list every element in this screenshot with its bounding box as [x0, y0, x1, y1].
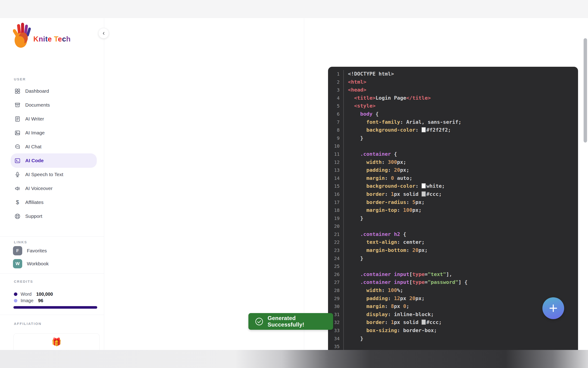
code-text: .container {: [343, 150, 578, 158]
document-icon: [14, 116, 21, 122]
sidebar-item-support[interactable]: Support: [11, 209, 97, 223]
code-line: 29 padding: 12px 20px;: [328, 294, 578, 303]
dollar-icon: $: [14, 199, 21, 206]
sidebar-item-ai-image[interactable]: AI Image: [11, 126, 97, 140]
line-number: 10: [328, 142, 343, 150]
code-line: 15 background-color: white;: [328, 182, 578, 190]
code-text: }: [343, 335, 578, 343]
brand-letter: t: [45, 35, 48, 43]
section-label-user: USER: [14, 77, 26, 81]
top-blur-band: [0, 0, 588, 18]
lifebuoy-icon: [14, 213, 21, 220]
page-scrollbar-thumb[interactable]: [584, 38, 587, 143]
code-line: 22 text-align: center;: [328, 238, 578, 246]
code-text: }: [343, 134, 578, 142]
sidebar-item-label: AI Code: [25, 158, 44, 163]
code-line: 26 .container input[type="text"],: [328, 270, 578, 278]
brand-letter: e: [58, 35, 62, 43]
sidebar-item-ai-voiceover[interactable]: AI Voiceover: [11, 181, 97, 196]
credit-label: Image: [21, 298, 34, 303]
code-text: }: [343, 214, 578, 222]
section-label-affiliation: AFFILIATION: [14, 322, 42, 326]
code-line: 32 border: 1px solid #ccc;: [328, 318, 578, 327]
plus-icon: [548, 303, 558, 313]
code-text: }: [343, 254, 578, 263]
sidebar-item-ai-speech-to-text[interactable]: AI Speech to Text: [11, 167, 97, 182]
brand-letter: e: [48, 35, 52, 43]
line-number: 21: [328, 230, 343, 239]
line-number: 12: [328, 158, 343, 166]
link-badge: W: [13, 259, 22, 268]
code-line: 16 border: 1px solid #ccc;: [328, 190, 578, 198]
line-number: 35: [328, 342, 343, 351]
code-text: [343, 222, 578, 230]
color-swatch-icon: [421, 127, 426, 132]
code-text: font-family: Arial, sans-serif;: [343, 118, 578, 126]
code-line: 20: [328, 222, 578, 230]
brand-letter: n: [39, 35, 43, 43]
sidebar-collapse-button[interactable]: [98, 28, 109, 38]
line-number: 24: [328, 254, 343, 263]
code-text: <style>: [343, 102, 578, 110]
code-line: 13 padding: 20px;: [328, 166, 578, 174]
line-number: 2: [328, 78, 343, 86]
sidebar-item-affiliates[interactable]: $Affiliates: [11, 195, 97, 210]
code-text: box-sizing: border-box;: [343, 327, 578, 335]
line-number: 5: [328, 102, 343, 110]
code-line: 10: [328, 142, 578, 150]
code-text: <head>: [343, 86, 578, 94]
line-number: 7: [328, 118, 343, 126]
sidebar-item-ai-writer[interactable]: AI Writer: [11, 112, 97, 126]
section-label-links: LINKS: [14, 240, 27, 244]
toast-message: Generated Successfully!: [268, 315, 327, 328]
code-text: border-radius: 5px;: [343, 198, 578, 206]
code-line: 12 width: 300px;: [328, 158, 578, 166]
line-number: 6: [328, 110, 343, 118]
sidebar-item-label: AI Chat: [25, 144, 41, 149]
code-line: 7 font-family: Arial, sans-serif;: [328, 118, 578, 126]
credit-value: 96: [38, 298, 43, 303]
color-swatch-icon: [421, 191, 426, 196]
code-line: 21 .container h2 {: [328, 230, 578, 239]
line-number: 30: [328, 303, 343, 311]
code-text: width: 300px;: [343, 158, 578, 166]
grid-icon: [14, 88, 21, 94]
line-number: 23: [328, 246, 343, 254]
sidebar-credits-progress-bar: [13, 306, 97, 309]
code-line: 35: [328, 342, 578, 351]
code-editor-panel[interactable]: 1<!DOCTYPE html>2<html>3<head>4 <title>L…: [328, 67, 578, 354]
code-text: padding: 20px;: [343, 166, 578, 174]
code-text: width: 100%;: [343, 286, 578, 294]
link-item-workbook[interactable]: WWorkbook: [13, 259, 49, 268]
code-line: 14 margin: 0 auto;: [328, 174, 578, 182]
line-number: 26: [328, 270, 343, 278]
archive-icon: [14, 102, 21, 108]
sidebar-item-label: Support: [25, 213, 42, 219]
line-number: 8: [328, 126, 343, 134]
sidebar-item-label: Affiliates: [25, 200, 44, 205]
sidebar-item-dashboard[interactable]: Dashboard: [11, 84, 97, 98]
terminal-icon: [14, 157, 21, 164]
sidebar-item-documents[interactable]: Documents: [11, 98, 97, 112]
code-line: 17 border-radius: 5px;: [328, 198, 578, 206]
add-new-fab-button[interactable]: [542, 297, 564, 319]
code-text: .container input[type="password"] {: [343, 278, 578, 286]
code-text: background-color: #f2f2f2;: [343, 126, 578, 134]
sidebar-item-ai-chat[interactable]: AI Chat: [11, 139, 97, 154]
code-text: [343, 262, 578, 270]
chat-icon: [14, 144, 21, 150]
line-number: 4: [328, 94, 343, 102]
line-number: 13: [328, 166, 343, 174]
credit-dot: [14, 299, 17, 303]
code-text: [343, 142, 578, 150]
code-line: 2<html>: [328, 78, 578, 86]
divider: [0, 236, 104, 237]
brand-letter: h: [66, 35, 70, 43]
line-number: 9: [328, 134, 343, 142]
line-number: 3: [328, 86, 343, 94]
sidebar-item-ai-code[interactable]: AI Code: [11, 153, 97, 168]
divider: [0, 315, 104, 315]
line-number: 28: [328, 286, 343, 294]
link-item-favorites[interactable]: FFavorites: [13, 246, 47, 255]
sidebar-item-label: AI Voiceover: [25, 186, 53, 191]
